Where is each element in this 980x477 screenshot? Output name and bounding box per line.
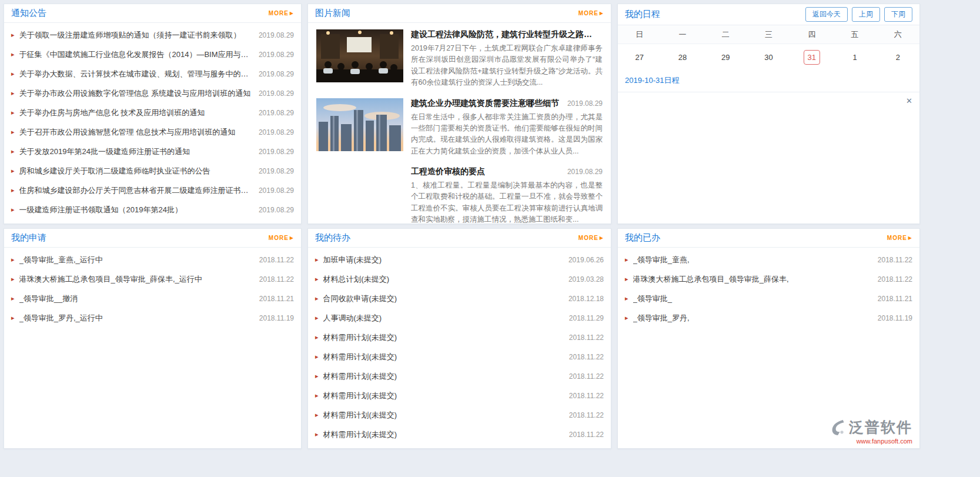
bullet-arrow-icon: ▸ — [315, 353, 319, 360]
weekday-label: 六 — [877, 29, 919, 40]
calendar-day[interactable]: 28 — [661, 50, 704, 65]
brand-name: 泛普软件 — [849, 418, 912, 437]
notice-item[interactable]: ▸一级建造师注册证书领取通知（2019年第24批）2019.08.29 — [11, 200, 294, 219]
done-date: 2018.11.19 — [878, 314, 912, 322]
bullet-arrow-icon: ▸ — [315, 334, 319, 341]
notice-text: 关于举办大数据、云计算技术在城市建设、规划、管理与服务中的应... — [19, 69, 252, 79]
todo-item[interactable]: ▸材料总计划(未提交)2019.03.28 — [315, 269, 604, 289]
bullet-arrow-icon: ▸ — [11, 187, 15, 194]
todo-text: 加班申请(未提交) — [323, 255, 561, 265]
more-label: MORE — [578, 235, 598, 241]
application-item[interactable]: ▸港珠澳大桥施工总承包项目_领导审批_薛保丰,_运行中2018.11.22 — [11, 269, 294, 289]
news-title[interactable]: 工程造价审核的要点 — [411, 166, 485, 177]
todo-item[interactable]: ▸材料需用计划(未提交)2018.11.22 — [315, 386, 604, 405]
more-arrow-icon: ▶ — [290, 11, 294, 16]
brand-url[interactable]: www.fanpusoft.com — [831, 438, 912, 445]
done-text: _领导审批_童燕, — [633, 255, 871, 265]
done-item[interactable]: ▸_领导审批_童燕,2018.11.22 — [625, 250, 912, 269]
notice-date: 2019.08.29 — [259, 148, 294, 156]
todo-item[interactable]: ▸人事调动(未提交)2018.11.29 — [315, 308, 604, 328]
news-more-button[interactable]: MORE ▶ — [578, 10, 604, 16]
application-item[interactable]: ▸_领导审批_童燕,_运行中2018.11.22 — [11, 250, 294, 269]
todo-item[interactable]: ▸材料需用计划(未提交)2018.11.22 — [315, 405, 604, 425]
notice-date: 2019.08.29 — [259, 31, 294, 39]
bullet-arrow-icon: ▸ — [11, 315, 15, 321]
more-label: MORE — [578, 10, 598, 16]
notices-more-button[interactable]: MORE ▶ — [269, 10, 294, 16]
weekday-label: 四 — [790, 29, 833, 40]
bullet-arrow-icon: ▸ — [625, 256, 628, 263]
calendar-day[interactable]: 2 — [877, 50, 919, 65]
todo-item[interactable]: ▸材料需用计划(未提交)2018.11.22 — [315, 366, 604, 386]
close-icon[interactable]: ✕ — [906, 96, 912, 105]
news-image-lecture-photo[interactable] — [316, 29, 403, 82]
done-item[interactable]: ▸港珠澳大桥施工总承包项目_领导审批_薛保丰,2018.11.22 — [625, 269, 912, 289]
bullet-arrow-icon: ▸ — [315, 412, 319, 418]
notice-item[interactable]: ▸于征集《中国建筑施工行业信息化发展报告（2014）—BIM应用与发...201… — [11, 45, 294, 64]
todo-text: 材料需用计划(未提交) — [323, 352, 562, 362]
notice-text: 于征集《中国建筑施工行业信息化发展报告（2014）—BIM应用与发... — [19, 49, 252, 60]
news-excerpt: 1、核准工程量。工程量是编制决算最基本的内容，也是整个工程取费和计税的基础。工程… — [411, 180, 603, 224]
notice-item[interactable]: ▸关于举办市政公用设施数字化管理信息 系统建设与应用培训班的通知2019.08.… — [11, 84, 294, 103]
applications-title: 我的申请 — [11, 232, 46, 243]
application-item[interactable]: ▸_领导审批_罗丹,_运行中2018.11.19 — [11, 308, 294, 328]
notice-date: 2019.08.29 — [259, 167, 294, 175]
calendar-day[interactable]: 27 — [618, 50, 661, 65]
more-arrow-icon: ▶ — [290, 236, 294, 241]
todo-item[interactable]: ▸材料需用计划(未提交)2018.11.22 — [315, 328, 604, 347]
calendar-day[interactable]: 30 — [747, 50, 790, 65]
todo-text: 材料需用计划(未提交) — [323, 429, 562, 440]
notice-date: 2019.08.29 — [259, 51, 294, 59]
news-excerpt: 2019年7月27日下午，土筑虎工程网联合广东卓建律师事务所在深圳坂田创意园深圳… — [411, 43, 603, 89]
news-image-city-skyline-photo[interactable] — [316, 98, 403, 151]
notice-item[interactable]: ▸关于发放2019年第24批一级建造师注册证书的通知2019.08.29 — [11, 142, 294, 161]
todo-item[interactable]: ▸材料需用计划(未提交)2018.11.22 — [315, 425, 604, 444]
notice-text: 一级建造师注册证书领取通知（2019年第24批） — [19, 205, 252, 215]
todo-item[interactable]: ▸加班申请(未提交)2019.06.26 — [315, 250, 604, 269]
bullet-arrow-icon: ▸ — [11, 129, 15, 135]
bullet-arrow-icon: ▸ — [11, 148, 15, 155]
notice-item[interactable]: ▸关于领取一级注册建造师增项贴的通知（须持一建证书前来领取）2019.08.29 — [11, 25, 294, 45]
notice-item[interactable]: ▸房和城乡建设厅关于取消二级建造师临时执业证书的公告2019.08.29 — [11, 161, 294, 181]
news-excerpt: 在日常生活中，很多人都非常关注施工资质的办理，尤其是一些部门需要相关的资质证书。… — [411, 112, 603, 158]
notice-date: 2019.08.29 — [259, 128, 294, 136]
done-item[interactable]: ▸_领导审批_罗丹,2018.11.19 — [625, 308, 912, 328]
notice-item[interactable]: ▸关于举办住房与房地产信息化 技术及应用培训班的通知2019.08.29 — [11, 103, 294, 122]
calendar-day[interactable]: 1 — [833, 50, 876, 65]
dashboard-grid: 通知公告 MORE ▶ ▸关于领取一级注册建造师增项贴的通知（须持一建证书前来领… — [4, 4, 920, 449]
calendar-week-row: 27 28 29 30 31 1 2 — [618, 44, 919, 70]
panel-notices: 通知公告 MORE ▶ ▸关于领取一级注册建造师增项贴的通知（须持一建证书前来领… — [4, 4, 302, 224]
done-title: 我的已办 — [625, 232, 660, 243]
more-label: MORE — [887, 235, 907, 241]
notice-item[interactable]: ▸关于举办大数据、云计算技术在城市建设、规划、管理与服务中的应...2019.0… — [11, 64, 294, 84]
application-item[interactable]: ▸_领导审批__撤消2018.11.21 — [11, 289, 294, 308]
bullet-arrow-icon: ▸ — [11, 90, 15, 96]
bullet-arrow-icon: ▸ — [11, 295, 15, 302]
notice-text: 关于发放2019年第24批一级建造师注册证书的通知 — [19, 146, 252, 157]
done-item[interactable]: ▸_领导审批_2018.11.21 — [625, 289, 912, 308]
bullet-arrow-icon: ▸ — [11, 206, 15, 213]
application-date: 2018.11.22 — [259, 256, 294, 264]
todo-item[interactable]: ▸合同收款申请(未提交)2018.12.18 — [315, 289, 604, 308]
done-more-button[interactable]: MORE ▶ — [887, 235, 912, 241]
day-schedule-link[interactable]: 2019-10-31日程 — [625, 76, 680, 85]
todo-item[interactable]: ▸材料需用计划(未提交)2018.11.22 — [315, 347, 604, 366]
notice-text: 关于领取一级注册建造师增项贴的通知（须持一建证书前来领取） — [19, 30, 252, 41]
more-arrow-icon: ▶ — [600, 236, 604, 241]
application-date: 2018.11.22 — [259, 275, 294, 283]
news-title[interactable]: 建设工程法律风险防范，建筑行业转型升级之路沙龙活动 — [411, 29, 597, 40]
next-week-button[interactable]: 下周 — [884, 7, 912, 22]
calendar-day-selected[interactable]: 31 — [790, 50, 833, 65]
todo-date: 2018.11.22 — [569, 431, 604, 439]
back-to-today-button[interactable]: 返回今天 — [805, 7, 848, 22]
todos-title: 我的待办 — [315, 232, 350, 243]
previous-week-button[interactable]: 上周 — [852, 7, 880, 22]
todos-more-button[interactable]: MORE ▶ — [578, 235, 604, 241]
applications-more-button[interactable]: MORE ▶ — [269, 235, 294, 241]
notice-item[interactable]: ▸住房和城乡建设部办公厅关于同意吉林省开展二级建造师注册证书电...2019.0… — [11, 181, 294, 200]
more-arrow-icon: ▶ — [600, 11, 604, 16]
notice-item[interactable]: ▸关于召开市政公用设施智慧化管理 信息技术与应用培训班的通知2019.08.29 — [11, 122, 294, 142]
calendar-day[interactable]: 29 — [704, 50, 747, 65]
news-title[interactable]: 建筑企业办理建筑资质需要注意哪些细节 — [411, 98, 559, 109]
news-date: 2019.08.29 — [567, 99, 603, 108]
